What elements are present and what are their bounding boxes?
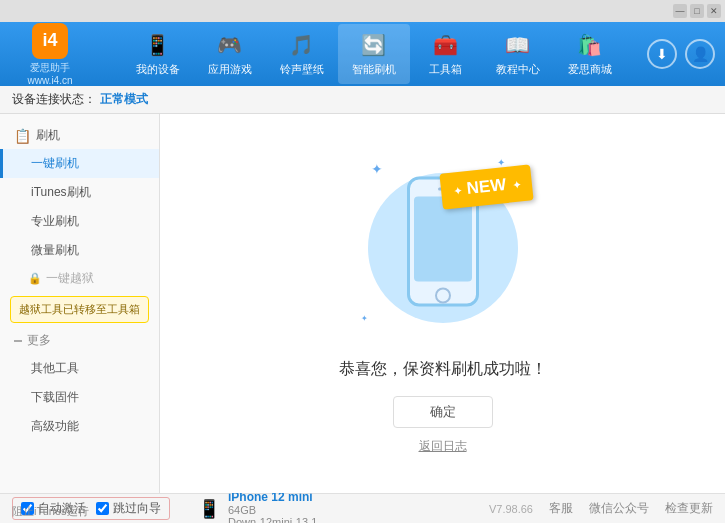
flash-section-icon: 📋 [14,128,30,144]
skip-guide-label: 跳过向导 [113,500,161,517]
my-device-label: 我的设备 [136,62,180,77]
top-nav: i4 爱思助手 www.i4.cn 📱 我的设备 🎮 应用游戏 🎵 铃声壁纸 🔄… [0,22,725,86]
nav-toolbox[interactable]: 🧰 工具箱 [410,24,482,84]
nav-my-device[interactable]: 📱 我的设备 [122,24,194,84]
nav-apple-store[interactable]: 🛍️ 爱思商城 [554,24,626,84]
toolbox-icon: 🧰 [432,31,460,59]
apps-games-label: 应用游戏 [208,62,252,77]
close-button[interactable]: ✕ [707,4,721,18]
lock-icon: 🔒 [28,272,42,285]
ringtone-label: 铃声壁纸 [280,62,324,77]
sparkle-2: ✦ [497,157,505,168]
smart-flash-icon: 🔄 [360,31,388,59]
status-label: 设备连接状态： [12,91,96,108]
wechat-link[interactable]: 微信公众号 [589,500,649,517]
toolbox-label: 工具箱 [429,62,462,77]
nav-tutorial[interactable]: 📖 教程中心 [482,24,554,84]
phone-screen [414,197,472,281]
sidebar-item-other-tools[interactable]: 其他工具 [0,354,159,383]
apps-games-icon: 🎮 [216,31,244,59]
success-text: 恭喜您，保资料刷机成功啦！ [339,359,547,380]
check-update-link[interactable]: 检查更新 [665,500,713,517]
new-badge-star-left: ✦ [453,185,462,197]
device-details: iPhone 12 mini 64GB Down-12mini-13.1 [228,490,317,524]
new-badge-text: NEW [466,174,507,197]
apple-store-label: 爱思商城 [568,62,612,77]
status-bar: 设备连接状态： 正常模式 [0,86,725,114]
logo[interactable]: i4 爱思助手 www.i4.cn [10,23,90,86]
title-bar: — □ ✕ [0,0,725,22]
return-log-button[interactable]: 返回日志 [419,438,467,455]
device-info: 📱 iPhone 12 mini 64GB Down-12mini-13.1 [198,490,317,524]
sidebar-section-more-title[interactable]: 更多 [0,327,159,354]
confirm-button[interactable]: 确定 [393,396,493,428]
device-phone-icon: 📱 [198,498,220,520]
sidebar-item-itunes[interactable]: iTunes刷机 [0,178,159,207]
my-device-icon: 📱 [144,31,172,59]
logo-text: 爱思助手 [30,61,70,75]
sidebar-section-more: 更多 其他工具 下载固件 高级功能 [0,327,159,441]
main-layout: 📋 刷机 一键刷机 iTunes刷机 专业刷机 微量刷机 🔒 一键越狱 越狱工具… [0,114,725,493]
flash-section-label: 刷机 [36,127,60,144]
nav-smart-flash[interactable]: 🔄 智能刷机 [338,24,410,84]
version-text: V7.98.66 [489,503,533,515]
nav-ringtone[interactable]: 🎵 铃声壁纸 [266,24,338,84]
smart-flash-label: 智能刷机 [352,62,396,77]
ringtone-icon: 🎵 [288,31,316,59]
sparkle-3: ✦ [361,314,368,323]
sidebar-item-micro[interactable]: 微量刷机 [0,236,159,265]
logo-icon: i4 [32,23,68,59]
maximize-button[interactable]: □ [690,4,704,18]
device-firmware: Down-12mini-13.1 [228,516,317,524]
apple-store-icon: 🛍️ [576,31,604,59]
nav-right: ⬇ 👤 [647,39,715,69]
user-button[interactable]: 👤 [685,39,715,69]
jailbreak-label: 一键越狱 [46,270,94,287]
itunes-status: 阻止iTunes运行 [12,504,89,519]
content-area: ✦ NEW ✦ ✦ ✦ ✦ 恭喜您，保资料刷机成功啦！ 确定 返回日志 [160,114,725,493]
minimize-button[interactable]: — [673,4,687,18]
download-button[interactable]: ⬇ [647,39,677,69]
new-badge-star-right: ✦ [512,179,521,191]
sidebar-section-flash-title[interactable]: 📋 刷机 [0,122,159,149]
customer-service-link[interactable]: 客服 [549,500,573,517]
skip-guide-input[interactable] [96,502,109,515]
sidebar-item-jailbreak-disabled: 🔒 一键越狱 [0,265,159,292]
sidebar-section-flash: 📋 刷机 一键刷机 iTunes刷机 专业刷机 微量刷机 🔒 一键越狱 越狱工具… [0,122,159,323]
tutorial-label: 教程中心 [496,62,540,77]
bottom-right: V7.98.66 客服 微信公众号 检查更新 [489,500,713,517]
sidebar-item-download-firmware[interactable]: 下载固件 [0,383,159,412]
nav-apps-games[interactable]: 🎮 应用游戏 [194,24,266,84]
tutorial-icon: 📖 [504,31,532,59]
illustration-container: ✦ NEW ✦ ✦ ✦ ✦ [353,153,533,343]
sparkle-1: ✦ [371,161,383,177]
nav-items: 📱 我的设备 🎮 应用游戏 🎵 铃声壁纸 🔄 智能刷机 🧰 工具箱 📖 教程中心… [100,24,647,84]
sidebar-notice: 越狱工具已转移至工具箱 [10,296,149,323]
sidebar-item-advanced[interactable]: 高级功能 [0,412,159,441]
skip-guide-checkbox[interactable]: 跳过向导 [96,500,161,517]
sidebar: 📋 刷机 一键刷机 iTunes刷机 专业刷机 微量刷机 🔒 一键越狱 越狱工具… [0,114,160,493]
status-value: 正常模式 [100,91,148,108]
sidebar-item-pro[interactable]: 专业刷机 [0,207,159,236]
device-storage: 64GB [228,504,317,516]
phone-home-btn [435,287,451,303]
more-section-label: 更多 [27,332,51,349]
logo-subtext: www.i4.cn [27,75,72,86]
new-badge: ✦ NEW ✦ [440,164,534,209]
sidebar-item-onekey[interactable]: 一键刷机 [0,149,159,178]
bottom-section: 自动激活 跳过向导 📱 iPhone 12 mini 64GB Down-12m… [0,493,725,523]
